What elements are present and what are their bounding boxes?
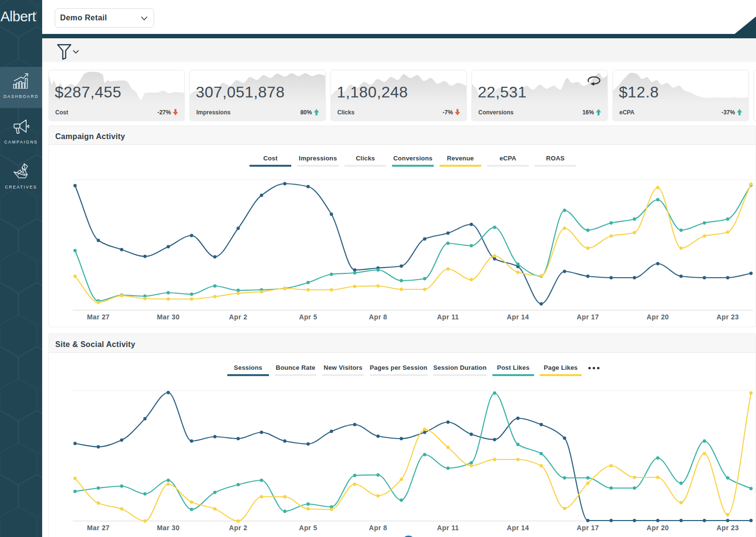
svg-text:Apr 20: Apr 20 (646, 524, 669, 532)
svg-text:Apr 17: Apr 17 (577, 524, 599, 532)
svg-text:Apr 14: Apr 14 (507, 313, 529, 321)
svg-text:Apr 5: Apr 5 (299, 524, 317, 532)
svg-text:Apr 5: Apr 5 (299, 313, 317, 321)
svg-text:Apr 11: Apr 11 (437, 313, 459, 321)
svg-text:Apr 23: Apr 23 (717, 524, 739, 532)
svg-text:Apr 8: Apr 8 (369, 524, 387, 532)
svg-text:Mar 27: Mar 27 (87, 313, 110, 321)
svg-text:Mar 30: Mar 30 (157, 313, 180, 321)
svg-text:Apr 17: Apr 17 (577, 313, 599, 321)
svg-text:Mar 30: Mar 30 (157, 524, 180, 532)
svg-text:Apr 14: Apr 14 (507, 524, 529, 532)
svg-text:Apr 23: Apr 23 (717, 313, 739, 321)
svg-text:Mar 27: Mar 27 (87, 524, 110, 532)
svg-text:Apr 11: Apr 11 (437, 524, 459, 532)
svg-text:Apr 2: Apr 2 (229, 313, 248, 321)
svg-text:Apr 8: Apr 8 (369, 313, 387, 321)
svg-text:Apr 20: Apr 20 (646, 313, 669, 321)
svg-text:Apr 2: Apr 2 (229, 524, 248, 532)
